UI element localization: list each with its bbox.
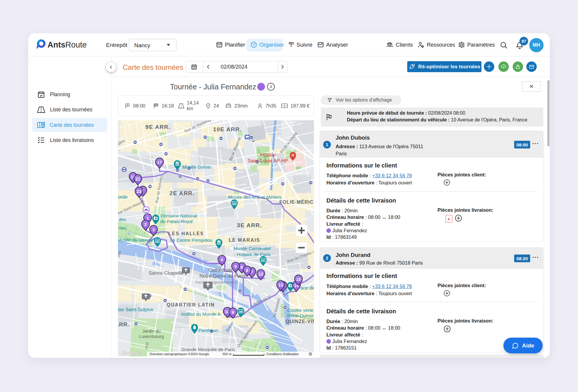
- svg-text:Fermé temporairement: Fermé temporairement: [195, 280, 236, 284]
- svg-text:QUARTIER LATIN: QUARTIER LATIN: [167, 302, 215, 307]
- svg-text:LE MARAIS: LE MARAIS: [229, 238, 260, 243]
- svg-text:9E ARR.: 9E ARR.: [146, 124, 171, 130]
- svg-text:M: M: [134, 141, 136, 144]
- svg-text:500 m: 500 m: [222, 352, 232, 356]
- svg-text:M: M: [149, 185, 151, 188]
- svg-text:M: M: [240, 310, 242, 313]
- svg-text:Saint-Louis AP-HP: Saint-Louis AP-HP: [248, 158, 288, 163]
- svg-text:Panthéon: Panthéon: [198, 328, 218, 333]
- svg-text:Cathédrale: Cathédrale: [209, 267, 233, 273]
- svg-text:2: 2: [144, 222, 147, 227]
- svg-text:M: M: [196, 177, 199, 180]
- svg-text:1: 1: [284, 104, 285, 107]
- svg-text:René-Dumon: René-Dumon: [287, 313, 314, 318]
- svg-text:M: M: [156, 240, 159, 243]
- svg-text:ise Saint-Sulpice: ise Saint-Sulpice: [118, 307, 153, 312]
- svg-text:8: 8: [246, 268, 248, 273]
- svg-text:Musée du Louvre: Musée du Louvre: [118, 237, 153, 242]
- svg-text:ARR.: ARR.: [118, 321, 130, 328]
- svg-text:ace de: ace de: [300, 285, 314, 290]
- svg-text:M: M: [135, 322, 137, 325]
- svg-text:Le Centre Pompidou: Le Centre Pompidou: [170, 238, 212, 243]
- svg-text:3E ARR.: 3E ARR.: [237, 222, 262, 228]
- svg-text:M: M: [207, 179, 209, 182]
- svg-text:2E ARR.: 2E ARR.: [170, 190, 195, 196]
- svg-text:Domaine National: Domaine National: [160, 213, 197, 218]
- svg-text:M: M: [309, 181, 312, 184]
- svg-text:M: M: [164, 299, 166, 302]
- svg-text:12: 12: [258, 272, 263, 276]
- svg-text:21: 21: [135, 177, 140, 181]
- svg-text:M: M: [234, 167, 236, 170]
- svg-text:M: M: [179, 175, 181, 178]
- svg-text:Sainte-Chapelle: Sainte-Chapelle: [149, 270, 183, 276]
- svg-text:M: M: [266, 346, 269, 349]
- svg-text:5: 5: [234, 264, 237, 269]
- svg-text:M: M: [220, 137, 222, 140]
- svg-text:Jardin du: Jardin du: [142, 328, 161, 333]
- svg-text:13: 13: [278, 283, 283, 287]
- svg-text:QUINZE-VIN: QUINZE-VIN: [286, 319, 314, 324]
- svg-text:M: M: [160, 143, 162, 146]
- svg-text:Notre-Dame de Paris: Notre-Dame de Paris: [200, 273, 246, 279]
- svg-text:du Palais-Royal: du Palais-Royal: [160, 219, 193, 224]
- svg-text:M: M: [239, 289, 241, 292]
- svg-text:Coulée verte: Coulée verte: [287, 308, 313, 313]
- svg-text:Google: Google: [122, 350, 142, 356]
- svg-text:M: M: [308, 266, 310, 269]
- svg-text:M: M: [262, 259, 264, 262]
- svg-text:- Histoire de Paris: - Histoire de Paris: [234, 252, 270, 257]
- svg-text:Musée Grévin: Musée Grévin: [182, 165, 211, 170]
- svg-text:FOLIE-MÉRICO: FOLIE-MÉRICO: [279, 199, 314, 205]
- svg-text:15: 15: [296, 277, 301, 282]
- svg-text:M: M: [184, 288, 187, 291]
- svg-text:3: 3: [152, 227, 155, 232]
- svg-text:ries: ries: [119, 225, 126, 230]
- svg-text:Musée des Arts et Métiers: Musée des Arts et Métiers: [228, 195, 281, 200]
- svg-text:orde: orde: [118, 195, 127, 200]
- svg-text:6: 6: [241, 265, 243, 270]
- svg-text:Données cartographiques ©2024: Données cartographiques ©2024 Google: [150, 352, 209, 356]
- svg-text:M: M: [251, 136, 253, 139]
- svg-text:1: 1: [146, 216, 149, 221]
- svg-text:10E ARR.: 10E ARR.: [213, 126, 242, 132]
- svg-text:Luxembourg: Luxembourg: [139, 334, 164, 339]
- svg-text:Musée Carnavalet: Musée Carnavalet: [233, 246, 271, 251]
- svg-text:17: 17: [157, 160, 162, 165]
- svg-text:9: 9: [232, 310, 234, 315]
- svg-text:M: M: [193, 252, 195, 255]
- svg-text:4: 4: [221, 257, 223, 262]
- svg-text:M: M: [282, 182, 284, 185]
- svg-text:H: H: [292, 153, 294, 157]
- svg-text:LES HALLES: LES HALLES: [168, 231, 204, 236]
- svg-text:Conditions d'utilisation: Conditions d'utilisation: [266, 352, 299, 356]
- svg-text:23: 23: [137, 189, 141, 194]
- svg-text:Institut du Monde A: Institut du Monde A: [181, 312, 221, 317]
- svg-text:Grande Mosquée de Paris: Grande Mosquée de Paris: [181, 347, 235, 352]
- svg-text:Hôpital: Hôpital: [260, 152, 275, 157]
- svg-text:M: M: [284, 306, 286, 309]
- svg-text:des: des: [119, 217, 126, 222]
- svg-text:M: M: [165, 152, 167, 155]
- svg-text:M: M: [233, 202, 236, 205]
- svg-text:M: M: [204, 136, 206, 139]
